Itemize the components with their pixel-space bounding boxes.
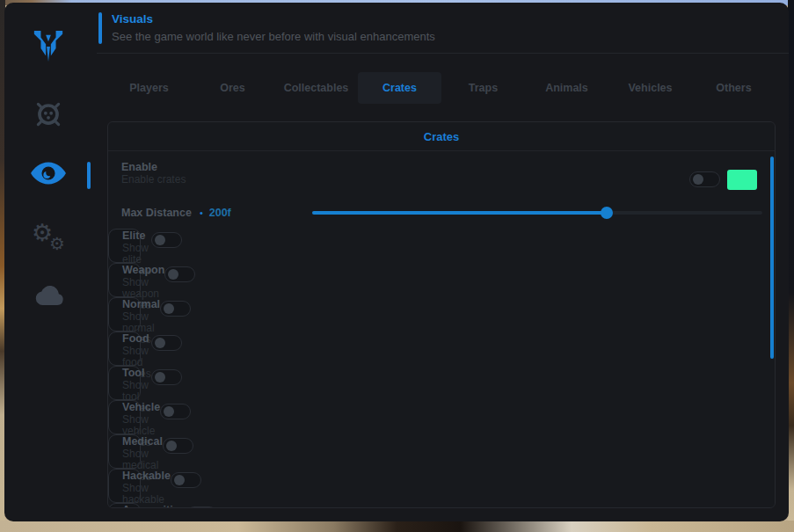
toggle-switch[interactable] [151,232,182,248]
toggle-switch[interactable] [689,171,720,187]
toggle-switch[interactable] [171,472,201,488]
toggle-switch[interactable] [160,404,191,419]
panel-title-bar: Crates [108,122,775,151]
settings-list: EnableEnable cratesMax Distance•200fElit… [108,151,775,507]
slider-thumb[interactable] [601,207,613,219]
panel-scrollbar[interactable] [770,157,774,359]
bullet-separator: • [200,208,203,218]
cloud-icon [30,282,67,312]
setting-row-normal: NormalShow normal crates [108,297,141,332]
tab-bar: PlayersOresCollectablesCratesTrapsAnimal… [107,72,776,104]
toggle-switch[interactable] [163,438,193,454]
toggle-switch[interactable] [186,506,217,507]
row-title: Hackable [122,470,171,482]
row-title: Weapon [122,264,164,276]
game-background-ground [0,521,794,532]
color-swatch[interactable] [727,170,757,190]
row-title: Vehicle [122,401,160,413]
toggle-knob [155,372,165,383]
max-distance-slider[interactable] [312,211,762,215]
setting-row-enable: EnableEnable crates [108,151,775,196]
slider-value: 200f [209,207,231,219]
toggle-knob [164,406,174,417]
page-subtitle: See the game world like never before wit… [112,30,435,43]
toggle-switch[interactable] [164,266,195,282]
setting-row-hackable: HackableShow hackable crates [108,469,141,503]
panel-title: Crates [424,130,459,143]
row-title: Ammunition [122,504,186,507]
toggle-switch[interactable] [151,369,182,385]
setting-row-tool: ToolShow tool crates [108,366,141,400]
crosshair-icon [32,98,65,135]
setting-row-weapon: WeaponShow weapon crates [108,263,141,297]
toggle-knob [693,174,703,185]
page-header: Visuals See the game world like never be… [97,3,789,54]
row-title: Tool [122,367,151,379]
toggle-knob [155,338,165,348]
header-accent-bar [98,12,102,44]
row-title: Elite [122,230,151,242]
sidebar-active-indicator [87,162,91,189]
setting-row-elite: EliteShow elite crates [108,229,141,263]
page-title: Visuals [112,12,153,26]
tab-traps[interactable]: Traps [441,72,525,104]
eye-icon [30,161,67,189]
row-title: Medical [122,435,163,448]
row-title: Normal [122,298,160,310]
sidebar: ⚙⚙ [4,3,97,521]
slider-fill [312,211,607,215]
sidebar-item-aimbot[interactable] [4,98,92,135]
sidebar-item-settings[interactable]: ⚙⚙ [4,221,92,259]
row-title: Enable [121,161,186,173]
game-background-right [788,0,794,532]
tab-crates[interactable]: Crates [358,72,441,104]
setting-row-max-distance: Max Distance•200f [108,196,775,229]
toggle-switch[interactable] [160,301,191,317]
toggle-switch[interactable] [151,335,182,351]
toggle-knob [164,303,174,314]
sidebar-item-logo [4,29,92,68]
slider-label: Max Distance [121,207,192,219]
content-area: Visuals See the game world like never be… [97,3,789,521]
mod-menu-window: ⚙⚙ Visuals See the game world like never… [4,3,789,521]
tab-ores[interactable]: Ores [191,72,274,104]
sidebar-item-visuals[interactable] [4,161,92,189]
setting-row-vehicle: VehicleShow vehicle crates [108,400,141,434]
setting-row-food: FoodShow food crates [108,332,141,366]
tab-collectables[interactable]: Collectables [274,72,358,104]
setting-row-medical: MedicalShow medical crates [108,434,141,469]
toggle-knob [155,235,165,245]
crates-panel: Crates EnableEnable cratesMax Distance•2… [107,121,776,508]
toggle-knob [174,475,185,485]
tab-animals[interactable]: Animals [525,72,608,104]
tab-others[interactable]: Others [692,72,776,104]
toggle-knob [166,441,177,451]
predator-logo-icon [32,29,65,68]
gears-icon: ⚙⚙ [29,221,68,259]
toggle-knob [168,269,178,280]
setting-row-ammunition: Ammunition [108,503,141,507]
row-title: Food [122,332,151,345]
tab-players[interactable]: Players [107,72,191,104]
row-subtitle: Enable crates [121,174,186,186]
tab-vehicles[interactable]: Vehicles [608,72,692,104]
sidebar-item-configs[interactable] [4,282,92,312]
